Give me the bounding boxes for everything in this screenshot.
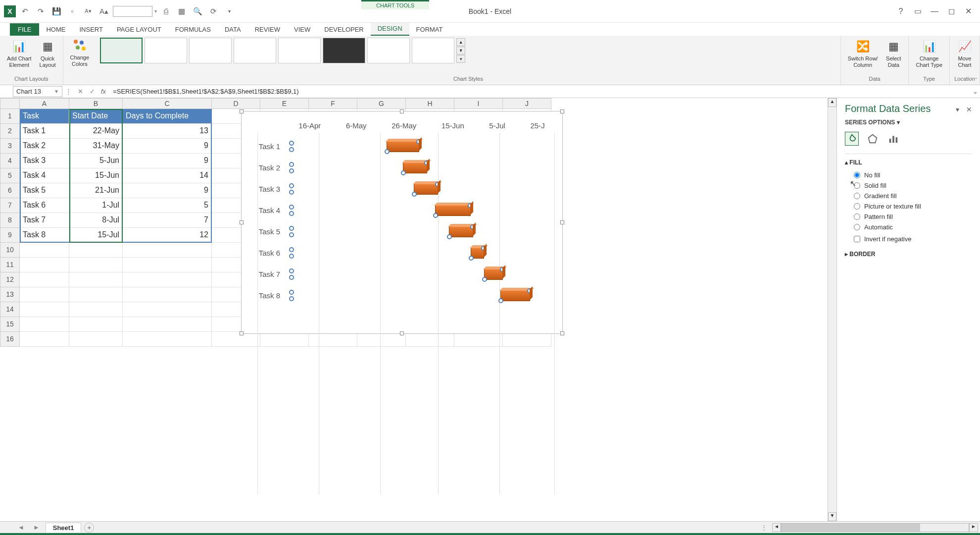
cell-E16[interactable] [260, 332, 309, 347]
cell-H16[interactable] [406, 332, 454, 347]
series-point-marker[interactable] [289, 162, 294, 167]
tab-design[interactable]: DESIGN [371, 22, 409, 36]
chart-category-label[interactable]: Task 3 [251, 185, 286, 193]
row-header-15[interactable]: 15 [0, 317, 20, 332]
chart-category-label[interactable]: Task 1 [251, 142, 286, 151]
series-point-marker[interactable] [289, 296, 294, 301]
cell-D16[interactable] [212, 332, 260, 347]
add-sheet-icon[interactable]: + [84, 523, 94, 533]
cell-B1[interactable]: Start Date [69, 109, 123, 124]
formula-input[interactable]: =SERIES(Sheet1!$B$1,Sheet1!$A$2:$A$9,She… [109, 88, 970, 95]
series-point-marker[interactable] [289, 205, 294, 210]
chart-style-1[interactable] [100, 38, 143, 63]
cell-A2[interactable]: Task 1 [20, 124, 69, 139]
cell-A4[interactable]: Task 3 [20, 154, 69, 168]
fill-line-icon[interactable] [845, 132, 859, 146]
chart-category-label[interactable]: Task 2 [251, 163, 286, 172]
cell-G16[interactable] [357, 332, 406, 347]
horizontal-scrollbar[interactable] [781, 523, 969, 532]
change-colors-button[interactable]: Change Colors [67, 38, 93, 68]
series-point-marker[interactable] [289, 183, 294, 188]
column-header-E[interactable]: E [260, 98, 309, 109]
qat-icon[interactable]: ⟳ [206, 4, 220, 18]
tab-developer[interactable]: DEVELOPER [317, 23, 370, 36]
chart-style-4[interactable] [234, 38, 276, 63]
qat-icon[interactable]: ▦ [175, 4, 189, 18]
radio-pattern-fill[interactable]: Pattern fill [845, 212, 972, 222]
cell-A1[interactable]: Task [20, 109, 69, 124]
cell-B2[interactable]: 22-May [69, 124, 123, 139]
chart-bar[interactable] [435, 205, 470, 216]
cell-C9[interactable]: 12 [123, 228, 212, 243]
radio-picture-fill[interactable]: Picture or texture fill [845, 201, 972, 212]
chart-bar[interactable] [449, 226, 473, 237]
cell-A5[interactable]: Task 4 [20, 168, 69, 183]
chart-x-axis[interactable]: 16-Apr 6-May 26-May 15-Jun 5-Jul 25-J [286, 121, 557, 130]
cell-B13[interactable] [69, 287, 123, 302]
radio-automatic[interactable]: Automatic [845, 222, 972, 232]
increase-font-icon[interactable]: A▴ [97, 4, 111, 18]
cell-A10[interactable] [20, 243, 69, 258]
cell-B5[interactable]: 15-Jun [69, 168, 123, 183]
styles-scroll-up[interactable]: ▲ [456, 38, 465, 46]
cell-I16[interactable] [454, 332, 503, 347]
row-header-12[interactable]: 12 [0, 272, 20, 287]
styles-scroll-down[interactable]: ▼ [456, 47, 465, 54]
cell-B4[interactable]: 5-Jun [69, 154, 123, 168]
vertical-scrollbar[interactable]: ▲ ▼ [828, 98, 836, 521]
sheet-nav-prev-icon[interactable]: ◄ [15, 524, 27, 531]
qat-icon[interactable]: ⎙ [159, 4, 173, 18]
series-point-marker[interactable] [289, 211, 294, 216]
minimize-icon[interactable]: — [927, 4, 942, 18]
cancel-formula-icon[interactable]: ✕ [74, 86, 86, 97]
chart-category-label[interactable]: Task 7 [251, 270, 286, 278]
cell-C3[interactable]: 9 [123, 139, 212, 154]
sheet-tab-active[interactable]: Sheet1 [46, 523, 82, 533]
hscroll-right-icon[interactable]: ► [969, 523, 978, 532]
cell-B12[interactable] [69, 272, 123, 287]
chevron-down-icon[interactable]: ▼ [54, 89, 59, 94]
column-header-G[interactable]: G [357, 98, 406, 109]
chart-category-label[interactable]: Task 8 [251, 291, 286, 300]
chart-bar[interactable] [403, 162, 427, 173]
fx-icon[interactable]: fx [98, 88, 109, 95]
add-chart-element-button[interactable]: 📊 Add Chart Element [4, 38, 35, 69]
cell-C6[interactable]: 9 [123, 183, 212, 198]
maximize-icon[interactable]: ◻ [943, 4, 959, 18]
tab-view[interactable]: VIEW [287, 23, 317, 36]
cell-A14[interactable] [20, 302, 69, 317]
row-header-7[interactable]: 7 [0, 198, 20, 213]
tab-formulas[interactable]: FORMULAS [168, 23, 218, 36]
cell-B6[interactable]: 21-Jun [69, 183, 123, 198]
row-header-8[interactable]: 8 [0, 213, 20, 228]
close-pane-icon[interactable]: ✕ [966, 106, 972, 113]
cell-B16[interactable] [69, 332, 123, 347]
cell-A11[interactable] [20, 258, 69, 272]
cell-C1[interactable]: Days to Complete [123, 109, 212, 124]
cell-B7[interactable]: 1-Jul [69, 198, 123, 213]
radio-no-fill[interactable]: No fill [845, 170, 972, 180]
cell-B3[interactable]: 31-May [69, 139, 123, 154]
tab-home[interactable]: HOME [39, 23, 72, 36]
checkbox-invert-if-negative[interactable]: Invert if negative [845, 232, 972, 246]
cell-B15[interactable] [69, 317, 123, 332]
row-header-10[interactable]: 10 [0, 243, 20, 258]
select-all-corner[interactable] [0, 98, 20, 109]
chart-bar[interactable] [500, 290, 530, 301]
collapse-ribbon-icon[interactable]: ˆ [975, 77, 977, 83]
tab-data[interactable]: DATA [218, 23, 248, 36]
cell-A3[interactable]: Task 2 [20, 139, 69, 154]
column-header-H[interactable]: H [406, 98, 454, 109]
radio-solid-fill[interactable]: Solid fill [845, 180, 972, 191]
cell-C7[interactable]: 5 [123, 198, 212, 213]
select-data-button[interactable]: ▦ Select Data [882, 38, 904, 69]
help-icon[interactable]: ? [893, 4, 909, 18]
row-header-5[interactable]: 5 [0, 168, 20, 183]
row-header-4[interactable]: 4 [0, 154, 20, 168]
cell-A7[interactable]: Task 6 [20, 198, 69, 213]
row-header-9[interactable]: 9 [0, 228, 20, 243]
row-header-2[interactable]: 2 [0, 124, 20, 139]
series-options-dropdown[interactable]: SERIES OPTIONS ▾ [845, 119, 900, 126]
ribbon-display-icon[interactable]: ▭ [910, 4, 926, 18]
cell-A16[interactable] [20, 332, 69, 347]
